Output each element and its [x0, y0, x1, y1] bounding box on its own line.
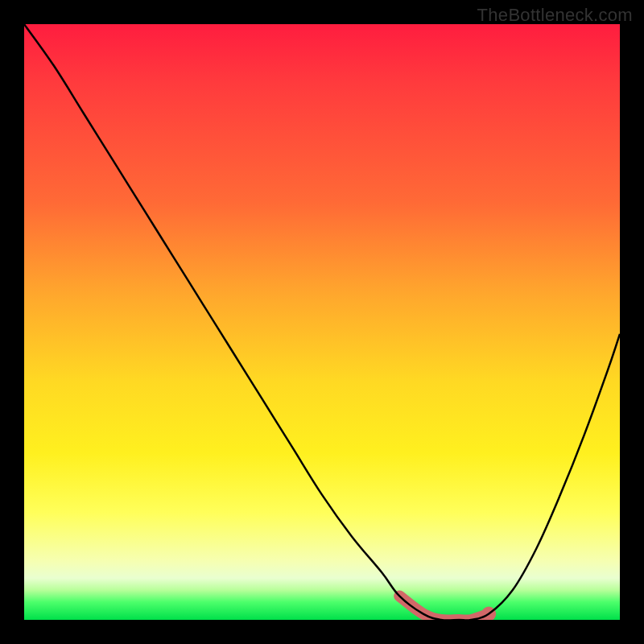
curve-layer	[24, 24, 620, 620]
bottleneck-curve	[24, 24, 620, 620]
plot-area	[24, 24, 620, 620]
chart-frame: TheBottleneck.com	[0, 0, 644, 644]
watermark-text: TheBottleneck.com	[477, 5, 633, 26]
